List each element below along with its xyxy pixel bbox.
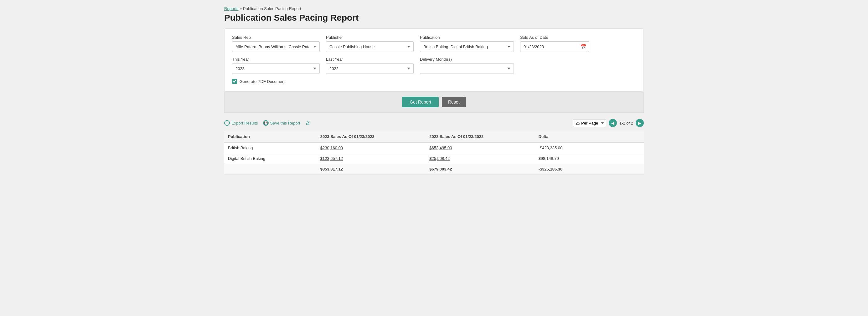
cell-publication-2: Digital British Baking — [224, 153, 317, 164]
cell-delta-2: $98,148.70 — [535, 153, 644, 164]
export-label: Export Results — [231, 121, 258, 126]
publisher-select[interactable]: Cassie Publishing House — [326, 41, 414, 52]
sold-as-of-date-label: Sold As of Date — [520, 35, 589, 40]
publisher-filter-group: Publisher Cassie Publishing House — [326, 35, 414, 52]
calendar-icon[interactable]: 📅 — [580, 44, 587, 50]
col-header-delta: Delta — [535, 131, 644, 143]
cell-delta-1: -$423,335.00 — [535, 142, 644, 153]
breadcrumb-parent-link[interactable]: Reports — [224, 6, 239, 11]
breadcrumb: Reports » Publication Sales Pacing Repor… — [224, 6, 644, 11]
generate-pdf-label: Generate PDF Document — [240, 79, 286, 84]
print-icon[interactable]: 🖨 — [305, 120, 310, 126]
export-icon: ↑ — [224, 120, 230, 126]
last-year-label: Last Year — [326, 57, 414, 62]
total-delta: -$325,186.30 — [535, 164, 644, 175]
page-info: 1-2 of 2 — [619, 121, 633, 126]
last-year-filter-group: Last Year 2022 2021 2020 — [326, 57, 414, 74]
delivery-months-label: Delivery Month(s) — [420, 57, 514, 62]
col-header-sales-2022: 2022 Sales As Of 01/23/2022 — [426, 131, 534, 143]
get-report-button[interactable]: Get Report — [402, 97, 438, 107]
col-header-publication: Publication — [224, 131, 317, 143]
total-sales-2023: $353,817.12 — [317, 164, 426, 175]
publication-filter-group: Publication British Baking, Digital Brit… — [420, 35, 514, 52]
sold-as-of-date-group: Sold As of Date 📅 — [520, 35, 589, 52]
cell-sales-2023-2[interactable]: $123,657.12 — [317, 153, 426, 164]
total-sales-2022: $679,003.42 — [426, 164, 534, 175]
filter-card: Sales Rep Allie Pataro, Briony Williams,… — [224, 29, 644, 92]
save-icon: 💾 — [263, 120, 269, 126]
date-input-wrapper: 📅 — [520, 41, 589, 52]
publication-select[interactable]: British Baking, Digital British Baking — [420, 41, 514, 52]
prev-page-button[interactable]: ◀ — [609, 119, 617, 127]
sales-rep-filter-group: Sales Rep Allie Pataro, Briony Williams,… — [232, 35, 320, 52]
publication-label: Publication — [420, 35, 514, 40]
cell-publication-1: British Baking — [224, 142, 317, 153]
save-report-link[interactable]: 💾 Save this Report — [263, 120, 300, 126]
breadcrumb-current: Publication Sales Pacing Report — [243, 6, 301, 11]
generate-pdf-checkbox[interactable] — [232, 79, 237, 84]
sold-as-of-date-input[interactable] — [520, 41, 589, 52]
table-total-row: $353,817.12 $679,003.42 -$325,186.30 — [224, 164, 644, 175]
results-table: Publication 2023 Sales As Of 01/23/2023 … — [224, 131, 644, 175]
results-toolbar: ↑ Export Results 💾 Save this Report 🖨 25… — [224, 118, 644, 128]
next-page-button[interactable]: ▶ — [636, 119, 644, 127]
cell-sales-2022-1[interactable]: $653,495.00 — [426, 142, 534, 153]
export-results-link[interactable]: ↑ Export Results — [224, 120, 258, 126]
results-actions: ↑ Export Results 💾 Save this Report 🖨 — [224, 120, 310, 126]
table-row: Digital British Baking $123,657.12 $25,5… — [224, 153, 644, 164]
reset-button[interactable]: Reset — [442, 97, 466, 107]
table-row: British Baking $230,160.00 $653,495.00 -… — [224, 142, 644, 153]
publisher-label: Publisher — [326, 35, 414, 40]
col-header-sales-2023: 2023 Sales As Of 01/23/2023 — [317, 131, 426, 143]
table-header-row: Publication 2023 Sales As Of 01/23/2023 … — [224, 131, 644, 143]
action-bar: Get Report Reset — [224, 92, 644, 113]
this-year-label: This Year — [232, 57, 320, 62]
breadcrumb-separator: » — [240, 6, 242, 11]
filter-row-1: Sales Rep Allie Pataro, Briony Williams,… — [232, 35, 636, 52]
total-label — [224, 164, 317, 175]
sales-rep-select[interactable]: Allie Pataro, Briony Williams, Cassie Pa… — [232, 41, 320, 52]
delivery-months-select[interactable]: — — [420, 63, 514, 74]
per-page-select[interactable]: 25 Per Page — [573, 119, 606, 127]
filter-row-2: This Year 2023 2022 2021 Last Year 2022 … — [232, 57, 636, 74]
last-year-select[interactable]: 2022 2021 2020 — [326, 63, 414, 74]
pagination-area: 25 Per Page ◀ 1-2 of 2 ▶ — [573, 119, 644, 127]
page-title: Publication Sales Pacing Report — [224, 13, 644, 23]
sales-rep-label: Sales Rep — [232, 35, 320, 40]
generate-pdf-row: Generate PDF Document — [232, 79, 636, 84]
cell-sales-2023-1[interactable]: $230,160.00 — [317, 142, 426, 153]
this-year-filter-group: This Year 2023 2022 2021 — [232, 57, 320, 74]
this-year-select[interactable]: 2023 2022 2021 — [232, 63, 320, 74]
delivery-months-filter-group: Delivery Month(s) — — [420, 57, 514, 74]
cell-sales-2022-2[interactable]: $25,508.42 — [426, 153, 534, 164]
save-label: Save this Report — [270, 121, 300, 126]
